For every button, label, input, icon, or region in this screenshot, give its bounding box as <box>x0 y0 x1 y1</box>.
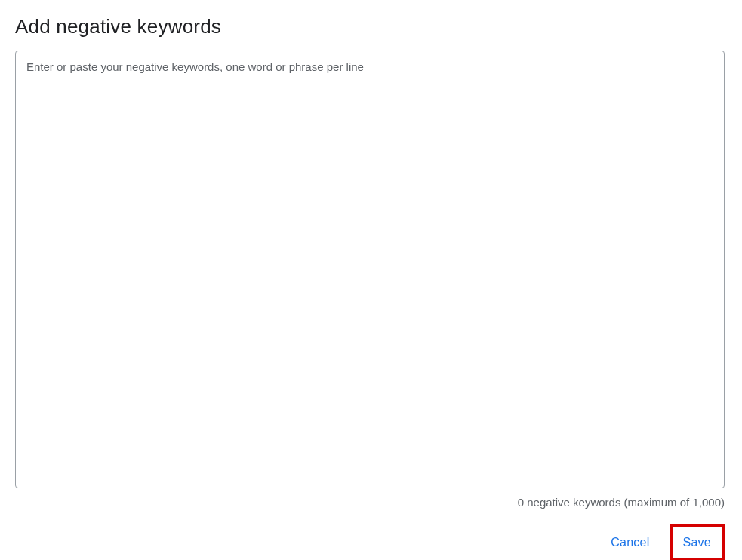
keyword-count-status: 0 negative keywords (maximum of 1,000) <box>15 496 725 509</box>
dialog-actions: Cancel Save <box>15 524 725 560</box>
save-button-highlight: Save <box>670 524 725 560</box>
save-button[interactable]: Save <box>673 528 722 557</box>
keywords-input[interactable] <box>26 60 713 478</box>
page-title: Add negative keywords <box>15 15 727 38</box>
cancel-button[interactable]: Cancel <box>600 524 660 560</box>
keywords-textarea-container[interactable] <box>15 51 725 488</box>
